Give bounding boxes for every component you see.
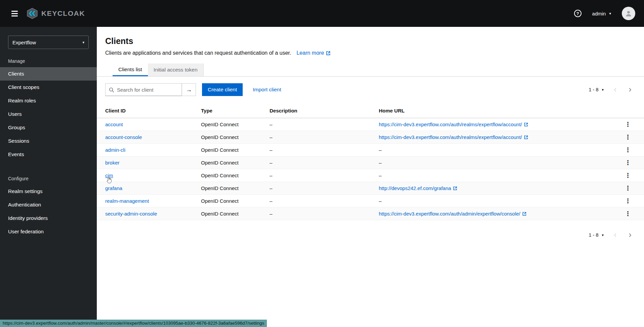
home-url-link[interactable]: https://cim-dev3.expertflow.com/auth/adm… (379, 211, 526, 217)
search-icon (109, 87, 114, 93)
clients-table: Client ID Type Description Home URL acco… (97, 103, 644, 220)
pagination-next-button[interactable] (624, 84, 636, 96)
pagination-next-button[interactable] (624, 229, 636, 241)
sidebar-item-realm-roles[interactable]: Realm roles (0, 94, 97, 107)
column-header-client-id: Client ID (105, 108, 201, 113)
pagination-bottom-row: 1 - 8 ▾ (97, 229, 644, 241)
external-link-icon (326, 51, 330, 55)
search-box (105, 83, 182, 96)
chevron-down-icon: ▾ (609, 12, 611, 15)
masthead-right: ? admin ▾ (574, 7, 635, 20)
client-id-link[interactable]: realm-management (105, 198, 149, 204)
home-url-empty: – (379, 198, 618, 204)
avatar[interactable] (622, 7, 635, 20)
pagination-prev-button[interactable] (609, 84, 621, 96)
search-submit-button[interactable]: → (182, 83, 196, 96)
sidebar-item-users[interactable]: Users (0, 107, 97, 121)
chevron-down-icon: ▾ (82, 41, 84, 44)
tab-clients-list[interactable]: Clients list (113, 63, 148, 76)
pagination-dropdown[interactable]: 1 - 8 ▾ (586, 85, 606, 94)
home-url-link[interactable]: https://cim-dev3.expertflow.com/auth/rea… (379, 134, 528, 140)
table-row: broker OpenID Connect – – ⋮ (97, 156, 644, 169)
sidebar-item-realm-settings[interactable]: Realm settings (0, 185, 97, 198)
keycloak-logo-icon (27, 8, 38, 19)
client-description: – (270, 122, 379, 127)
page-description: Clients are applications and services th… (105, 50, 291, 56)
client-id-link[interactable]: account-console (105, 134, 142, 140)
kebab-menu-button[interactable]: ⋮ (621, 172, 635, 179)
page-header: Clients Clients are applications and ser… (97, 27, 644, 56)
nav-section-title: Configure (0, 161, 97, 185)
kebab-menu-button[interactable]: ⋮ (621, 133, 635, 141)
masthead: KEYCLOAK ? admin ▾ (0, 0, 644, 27)
pagination-dropdown[interactable]: 1 - 8 ▾ (586, 230, 606, 240)
help-icon[interactable]: ? (574, 10, 581, 17)
client-id-link[interactable]: grafana (105, 185, 122, 191)
status-url: https://cim-dev3.expertflow.com/auth/adm… (3, 321, 264, 326)
sidebar-item-groups[interactable]: Groups (0, 121, 97, 134)
kebab-menu-button[interactable]: ⋮ (621, 184, 635, 192)
kebab-menu-button[interactable]: ⋮ (621, 197, 635, 205)
column-header-home-url: Home URL (379, 108, 618, 113)
client-type: OpenID Connect (201, 160, 270, 166)
nav-section-configure: Configure Realm settings Authentication … (0, 161, 97, 238)
column-header-type: Type (201, 108, 270, 113)
kebab-menu-button[interactable]: ⋮ (621, 121, 635, 128)
external-link-icon (524, 135, 528, 139)
sidebar: Expertflow ▾ Manage Clients Client scope… (0, 27, 97, 327)
nav-section-title: Manage (0, 49, 97, 67)
client-description: – (270, 185, 379, 191)
home-url-link[interactable]: https://cim-dev3.expertflow.com/auth/rea… (379, 122, 528, 127)
tab-initial-access-token[interactable]: Initial access token (148, 63, 204, 76)
chevron-left-icon (613, 233, 618, 238)
home-url-empty: – (379, 173, 618, 178)
home-url-link[interactable]: http://devops242.ef.com/grafana (379, 185, 457, 191)
client-type: OpenID Connect (201, 122, 270, 127)
client-type: OpenID Connect (201, 147, 270, 153)
sidebar-item-sessions[interactable]: Sessions (0, 134, 97, 148)
mouse-cursor-icon (106, 177, 112, 183)
client-id-link[interactable]: broker (105, 160, 120, 166)
sidebar-item-identity-providers[interactable]: Identity providers (0, 212, 97, 225)
client-description: – (270, 160, 379, 166)
table-row: account-console OpenID Connect – https:/… (97, 131, 644, 144)
user-menu-dropdown[interactable]: admin ▾ (592, 11, 611, 16)
table-header-row: Client ID Type Description Home URL (97, 103, 644, 118)
nav-section-manage: Manage Clients Client scopes Realm roles… (0, 49, 97, 161)
sidebar-item-authentication[interactable]: Authentication (0, 198, 97, 212)
learn-more-link[interactable]: Learn more (296, 50, 330, 56)
username: admin (592, 11, 606, 16)
client-id-link[interactable]: account (105, 122, 123, 127)
realm-selector[interactable]: Expertflow ▾ (8, 36, 89, 49)
client-description: – (270, 173, 379, 178)
chevron-right-icon (628, 233, 633, 238)
external-link-icon (524, 123, 528, 127)
sidebar-item-clients[interactable]: Clients (0, 67, 97, 81)
pagination-prev-button[interactable] (609, 229, 621, 241)
brand-logo[interactable]: KEYCLOAK (27, 8, 85, 19)
sidebar-item-events[interactable]: Events (0, 148, 97, 161)
hamburger-menu-icon[interactable] (9, 8, 21, 19)
external-link-icon (453, 186, 457, 190)
client-id-link[interactable]: security-admin-console (105, 211, 157, 217)
client-type: OpenID Connect (201, 134, 270, 140)
import-client-link[interactable]: Import client (253, 87, 281, 93)
page-title: Clients (105, 36, 636, 46)
arrow-right-icon: → (186, 86, 192, 93)
home-url-empty: – (379, 160, 618, 166)
kebab-menu-button[interactable]: ⋮ (621, 210, 635, 218)
table-row: security-admin-console OpenID Connect – … (97, 207, 644, 220)
kebab-menu-button[interactable]: ⋮ (621, 159, 635, 167)
create-client-button[interactable]: Create client (202, 83, 243, 96)
table-row: cim OpenID Connect – – ⋮ (97, 169, 644, 182)
client-description: – (270, 211, 379, 217)
search-input[interactable] (106, 84, 182, 96)
client-id-link[interactable]: admin-cli (105, 147, 125, 153)
table-row: admin-cli OpenID Connect – – ⋮ (97, 144, 644, 156)
client-type: OpenID Connect (201, 198, 270, 204)
realm-name: Expertflow (12, 40, 36, 45)
kebab-menu-button[interactable]: ⋮ (621, 146, 635, 154)
sidebar-item-client-scopes[interactable]: Client scopes (0, 81, 97, 94)
tabs: Clients list Initial access token (97, 63, 644, 77)
sidebar-item-user-federation[interactable]: User federation (0, 225, 97, 238)
